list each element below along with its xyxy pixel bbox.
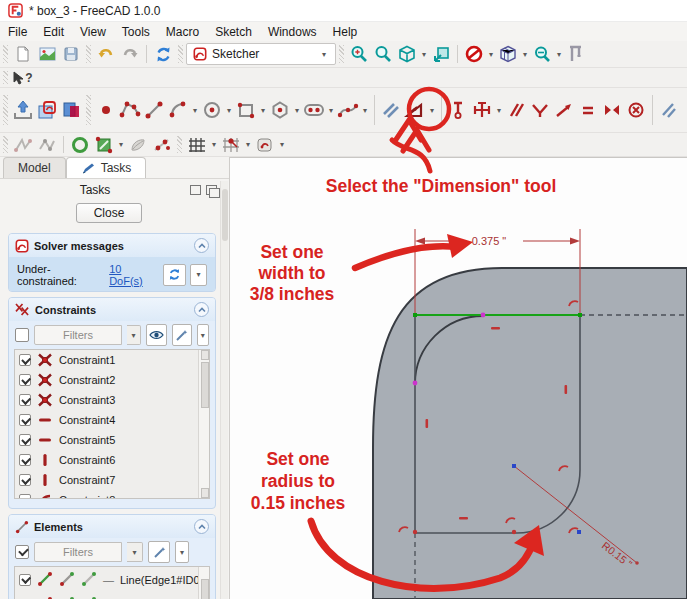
view-section-button[interactable] [59, 94, 83, 126]
zoom-tools-button[interactable] [530, 42, 554, 66]
scrollbar-thumb[interactable] [201, 579, 209, 599]
trim-edge-button[interactable] [657, 94, 681, 126]
sketch-view[interactable]: 0.375 " R0.15 " [230, 157, 687, 599]
tab-tasks[interactable]: Tasks [66, 157, 147, 178]
menu-item-help[interactable]: Help [325, 23, 366, 41]
toggle-snap-button[interactable] [219, 133, 243, 157]
show-hide-button[interactable] [146, 324, 167, 346]
constraint-visibility-checkbox[interactable] [19, 474, 31, 486]
filter-dropdown[interactable]: ▾ [127, 542, 143, 562]
create-circle-button[interactable] [200, 94, 224, 126]
settings-wand-button[interactable] [172, 324, 191, 346]
element-row[interactable]: — Line(Edge2#ID1#V [15, 592, 209, 599]
create-bspline-button[interactable] [336, 94, 360, 126]
menu-item-tools[interactable]: Tools [114, 23, 158, 41]
constraint-visibility-checkbox[interactable] [19, 494, 31, 499]
scrollbar-thumb[interactable] [222, 189, 228, 241]
workbench-selector[interactable]: Sketcher ▾ [186, 43, 336, 65]
element-visibility-checkbox[interactable] [19, 574, 31, 586]
menu-item-edit[interactable]: Edit [35, 23, 72, 41]
wand-dropdown[interactable]: ▾ [175, 541, 189, 563]
undo-button[interactable] [94, 42, 118, 66]
constraint-visibility-checkbox[interactable] [19, 454, 31, 466]
elements-header[interactable]: Elements [9, 515, 215, 538]
rendering-order-button[interactable] [253, 133, 277, 157]
chevron-down-icon[interactable]: ▾ [258, 106, 268, 115]
scroll-up-arrow[interactable] [201, 350, 209, 360]
solver-options-dropdown[interactable]: ▾ [190, 264, 207, 286]
chevron-down-icon[interactable]: ▾ [224, 106, 234, 115]
open-document-button[interactable] [35, 42, 59, 66]
knot-multiplicity-button[interactable] [126, 133, 150, 157]
new-document-button[interactable] [11, 42, 35, 66]
constraints-selectall-checkbox[interactable] [15, 328, 29, 342]
panel-scrollbar[interactable] [220, 181, 228, 599]
bspline-comb-button[interactable] [35, 133, 59, 157]
constraint-row[interactable]: Constraint3 [15, 390, 209, 410]
constraint-row[interactable]: Constraint2 [15, 370, 209, 390]
menu-item-macro[interactable]: Macro [158, 23, 207, 41]
toolbar-grip[interactable] [3, 136, 8, 152]
toolbar-grip[interactable] [339, 45, 344, 63]
bspline-degree-button[interactable] [11, 133, 35, 157]
constrain-distance-button[interactable] [470, 94, 494, 126]
filter-dropdown[interactable]: ▾ [127, 325, 141, 345]
chevron-down-icon[interactable]: ▾ [554, 50, 564, 59]
collapse-chevron-icon[interactable] [194, 238, 209, 253]
create-arc-button[interactable] [166, 94, 190, 126]
menu-item-view[interactable]: View [72, 23, 114, 41]
constraint-visibility-checkbox[interactable] [19, 394, 31, 406]
constraint-row[interactable]: Constraint7 [15, 470, 209, 490]
elements-filter-combo[interactable]: Filters [34, 542, 122, 562]
chevron-down-icon[interactable]: ▾ [520, 50, 530, 59]
create-slot-button[interactable] [302, 94, 326, 126]
toolbar-grip[interactable] [3, 95, 8, 126]
chevron-down-icon[interactable]: ▾ [292, 106, 302, 115]
redo-button[interactable] [118, 42, 142, 66]
leave-sketch-button[interactable] [11, 94, 35, 126]
chevron-down-icon[interactable]: ▾ [419, 50, 429, 59]
scroll-down-arrow[interactable] [201, 488, 209, 498]
dock-icon[interactable] [190, 185, 201, 195]
settings-wand-button[interactable] [148, 541, 170, 563]
whats-this-button[interactable]: ? [11, 66, 35, 90]
constraint-row[interactable]: Constraint4 [15, 410, 209, 430]
constraints-filter-combo[interactable]: Filters [34, 325, 122, 345]
toolbar-grip[interactable] [3, 45, 8, 63]
constrain-equal-button[interactable] [576, 94, 600, 126]
chevron-down-icon[interactable]: ▾ [209, 140, 219, 149]
toolbar-grip[interactable] [177, 136, 182, 152]
menu-item-file[interactable]: File [0, 23, 35, 41]
isometric-view-button[interactable] [395, 42, 419, 66]
dof-link[interactable]: 10 DoF(s) [109, 263, 155, 287]
element-row[interactable]: — Line(Edge1#ID0#V [15, 567, 209, 592]
elements-selectall-checkbox[interactable] [15, 545, 29, 559]
toolbar-grip[interactable] [86, 45, 91, 63]
constrain-perpendicular-button[interactable] [528, 94, 552, 126]
refresh-button[interactable] [151, 42, 175, 66]
constraint-visibility-checkbox[interactable] [19, 434, 31, 446]
scrollbar-thumb[interactable] [201, 362, 209, 408]
construction-mode-button[interactable] [379, 94, 403, 126]
view-sketch-button[interactable] [35, 94, 59, 126]
solver-messages-header[interactable]: Solver messages [9, 234, 215, 257]
constraints-scrollbar[interactable] [198, 350, 209, 498]
chevron-down-icon[interactable]: ▾ [326, 106, 336, 115]
toolbar-grip[interactable] [86, 95, 91, 126]
constraint-visibility-checkbox[interactable] [19, 374, 31, 386]
constraint-visibility-checkbox[interactable] [19, 354, 31, 366]
menu-item-windows[interactable]: Windows [260, 23, 325, 41]
constraint-row[interactable]: Constraint8 [15, 490, 209, 499]
constraint-visibility-checkbox[interactable] [19, 414, 31, 426]
toggle-grid-button[interactable] [185, 133, 209, 157]
constrain-symmetric-button[interactable] [600, 94, 624, 126]
wand-dropdown[interactable]: ▾ [197, 324, 209, 346]
collapse-chevron-icon[interactable] [194, 302, 209, 317]
clipping-plane-button[interactable] [462, 42, 486, 66]
create-point-button[interactable] [94, 94, 118, 126]
save-document-button[interactable] [59, 42, 83, 66]
create-polygon-button[interactable] [268, 94, 292, 126]
texture-view-button[interactable] [496, 42, 520, 66]
constrain-parallel-button[interactable] [504, 94, 528, 126]
body-shape[interactable] [373, 268, 687, 599]
